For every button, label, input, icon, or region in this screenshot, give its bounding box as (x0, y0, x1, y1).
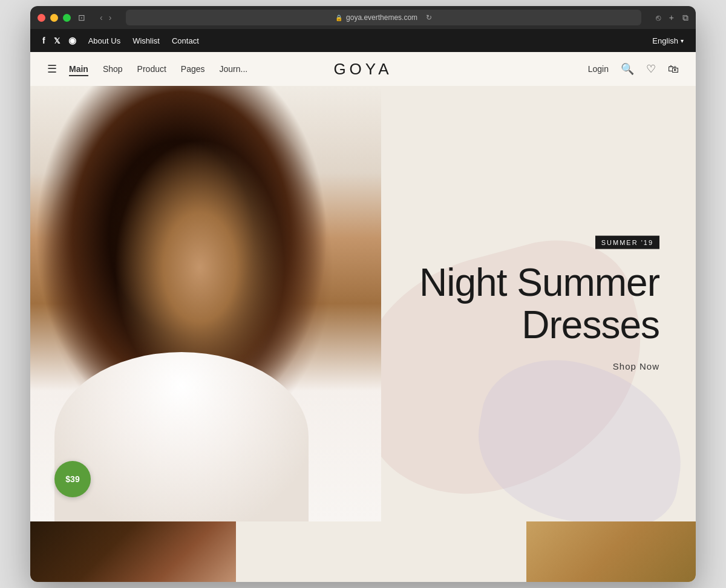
hero-title: Night Summer Dresses (419, 261, 659, 347)
minimize-button[interactable] (50, 14, 58, 22)
login-link[interactable]: Login (588, 64, 609, 74)
search-button[interactable]: 🔍 (621, 62, 634, 76)
nav-link-main[interactable]: Main (69, 64, 88, 74)
nav-link-pages[interactable]: Pages (181, 64, 205, 74)
url-text: goya.everthemes.com (346, 13, 417, 22)
bottom-image-left (30, 521, 236, 582)
new-window-icon[interactable]: ⧉ (682, 13, 688, 23)
new-tab-icon[interactable]: + (669, 13, 674, 22)
bottom-image-right (526, 521, 696, 582)
hero-title-line2: Dresses (522, 303, 659, 347)
nav-link-shop[interactable]: Shop (103, 64, 123, 74)
lock-icon: 🔒 (335, 15, 342, 21)
cart-icon: 🛍 (668, 63, 679, 76)
sidebar-toggle-button[interactable]: ⊡ (78, 13, 85, 22)
language-selector-area: English ▾ (652, 36, 684, 45)
hero-content: SUMMER '19 Night Summer Dresses Shop Now (419, 236, 659, 372)
season-badge: SUMMER '19 (595, 236, 659, 249)
cart-button[interactable]: 🛍 (668, 63, 679, 76)
hero-model-image (30, 86, 381, 521)
browser-actions: ⎋ + ⧉ (656, 13, 688, 23)
topbar-nav: About Us Wishlist Contact (88, 36, 199, 45)
nav-links: Main Shop Product Pages Journ... (69, 64, 247, 74)
top-bar: f 𝕏 ◉ About Us Wishlist Contact English … (30, 29, 696, 52)
facebook-link[interactable]: f (42, 36, 45, 45)
hero-section: SUMMER '19 Night Summer Dresses Shop Now… (30, 86, 696, 521)
main-nav: ☰ Main Shop Product Pages Journ... GOYA … (30, 52, 696, 86)
price-badge[interactable]: $39 (54, 461, 91, 497)
heart-icon: ♡ (646, 62, 656, 76)
share-icon[interactable]: ⎋ (656, 13, 661, 22)
site-logo[interactable]: GOYA (333, 60, 392, 79)
hamburger-button[interactable]: ☰ (47, 62, 57, 76)
nav-right: Login 🔍 ♡ 🛍 (588, 62, 679, 76)
bottom-strip (30, 521, 696, 582)
shop-now-link[interactable]: Shop Now (613, 361, 659, 371)
refresh-icon: ↻ (426, 13, 432, 22)
back-button[interactable]: ‹ (100, 13, 103, 22)
browser-window: ⊡ ‹ › 🔒 goya.everthemes.com ↻ ⎋ + ⧉ f 𝕏 … (30, 6, 696, 582)
twitter-link[interactable]: 𝕏 (54, 36, 60, 45)
nav-link-product[interactable]: Product (137, 64, 166, 74)
bottom-image-middle (236, 521, 526, 582)
instagram-link[interactable]: ◉ (68, 35, 76, 46)
language-chevron-icon: ▾ (681, 38, 684, 44)
maximize-button[interactable] (63, 14, 71, 22)
forward-button[interactable]: › (109, 13, 112, 22)
model-blouse (54, 352, 309, 521)
close-button[interactable] (38, 14, 45, 22)
wishlist-button[interactable]: ♡ (646, 62, 656, 76)
hero-shape-lavender (466, 347, 696, 521)
language-label: English (652, 36, 678, 45)
address-bar[interactable]: 🔒 goya.everthemes.com ↻ (126, 10, 641, 25)
social-links: f 𝕏 ◉ (42, 35, 76, 46)
search-icon: 🔍 (621, 62, 634, 76)
wishlist-link[interactable]: Wishlist (132, 36, 160, 45)
contact-link[interactable]: Contact (172, 36, 199, 45)
about-us-link[interactable]: About Us (88, 36, 120, 45)
browser-titlebar: ⊡ ‹ › 🔒 goya.everthemes.com ↻ ⎋ + ⧉ (30, 6, 696, 29)
language-selector[interactable]: English ▾ (652, 36, 684, 45)
hero-title-line1: Night Summer (419, 261, 659, 304)
nav-link-journal[interactable]: Journ... (220, 64, 248, 74)
